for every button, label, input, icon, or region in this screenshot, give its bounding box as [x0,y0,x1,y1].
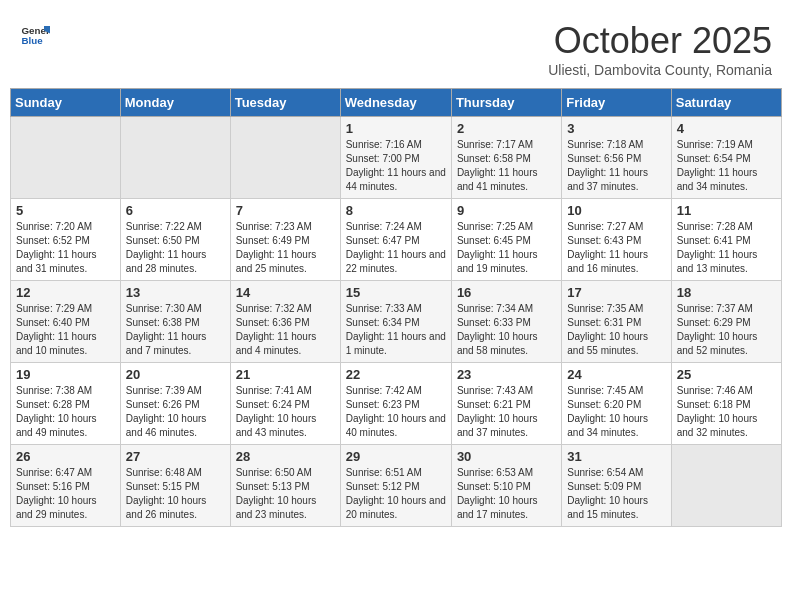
day-number: 7 [236,203,335,218]
calendar-cell: 24Sunrise: 7:45 AM Sunset: 6:20 PM Dayli… [562,363,671,445]
calendar-cell: 1Sunrise: 7:16 AM Sunset: 7:00 PM Daylig… [340,117,451,199]
day-number: 24 [567,367,665,382]
day-info: Sunrise: 7:28 AM Sunset: 6:41 PM Dayligh… [677,220,776,276]
day-info: Sunrise: 7:19 AM Sunset: 6:54 PM Dayligh… [677,138,776,194]
day-number: 16 [457,285,556,300]
calendar-cell [120,117,230,199]
calendar-cell [671,445,781,527]
day-number: 21 [236,367,335,382]
page-header: General Blue October 2025 Uliesti, Dambo… [10,10,782,83]
weekday-header-monday: Monday [120,89,230,117]
day-number: 4 [677,121,776,136]
day-info: Sunrise: 7:18 AM Sunset: 6:56 PM Dayligh… [567,138,665,194]
calendar-cell: 13Sunrise: 7:30 AM Sunset: 6:38 PM Dayli… [120,281,230,363]
day-info: Sunrise: 7:33 AM Sunset: 6:34 PM Dayligh… [346,302,446,358]
calendar-week-4: 19Sunrise: 7:38 AM Sunset: 6:28 PM Dayli… [11,363,782,445]
day-number: 10 [567,203,665,218]
logo: General Blue [20,20,50,50]
calendar-cell: 27Sunrise: 6:48 AM Sunset: 5:15 PM Dayli… [120,445,230,527]
calendar-cell: 11Sunrise: 7:28 AM Sunset: 6:41 PM Dayli… [671,199,781,281]
calendar-week-1: 1Sunrise: 7:16 AM Sunset: 7:00 PM Daylig… [11,117,782,199]
day-number: 20 [126,367,225,382]
day-info: Sunrise: 7:29 AM Sunset: 6:40 PM Dayligh… [16,302,115,358]
day-number: 19 [16,367,115,382]
weekday-header-friday: Friday [562,89,671,117]
calendar-cell: 5Sunrise: 7:20 AM Sunset: 6:52 PM Daylig… [11,199,121,281]
day-number: 27 [126,449,225,464]
calendar-cell: 2Sunrise: 7:17 AM Sunset: 6:58 PM Daylig… [451,117,561,199]
calendar-cell: 14Sunrise: 7:32 AM Sunset: 6:36 PM Dayli… [230,281,340,363]
calendar-cell: 16Sunrise: 7:34 AM Sunset: 6:33 PM Dayli… [451,281,561,363]
day-number: 13 [126,285,225,300]
day-info: Sunrise: 7:17 AM Sunset: 6:58 PM Dayligh… [457,138,556,194]
day-info: Sunrise: 7:34 AM Sunset: 6:33 PM Dayligh… [457,302,556,358]
day-info: Sunrise: 6:51 AM Sunset: 5:12 PM Dayligh… [346,466,446,522]
day-number: 28 [236,449,335,464]
day-info: Sunrise: 7:27 AM Sunset: 6:43 PM Dayligh… [567,220,665,276]
calendar-cell [11,117,121,199]
calendar-cell: 4Sunrise: 7:19 AM Sunset: 6:54 PM Daylig… [671,117,781,199]
title-block: October 2025 Uliesti, Dambovita County, … [548,20,772,78]
day-number: 8 [346,203,446,218]
calendar-cell: 3Sunrise: 7:18 AM Sunset: 6:56 PM Daylig… [562,117,671,199]
day-info: Sunrise: 7:46 AM Sunset: 6:18 PM Dayligh… [677,384,776,440]
calendar-cell: 15Sunrise: 7:33 AM Sunset: 6:34 PM Dayli… [340,281,451,363]
day-info: Sunrise: 7:20 AM Sunset: 6:52 PM Dayligh… [16,220,115,276]
calendar-cell: 19Sunrise: 7:38 AM Sunset: 6:28 PM Dayli… [11,363,121,445]
calendar-cell [230,117,340,199]
day-number: 18 [677,285,776,300]
day-number: 29 [346,449,446,464]
day-number: 2 [457,121,556,136]
day-number: 25 [677,367,776,382]
weekday-header-tuesday: Tuesday [230,89,340,117]
calendar-week-5: 26Sunrise: 6:47 AM Sunset: 5:16 PM Dayli… [11,445,782,527]
day-info: Sunrise: 7:35 AM Sunset: 6:31 PM Dayligh… [567,302,665,358]
day-info: Sunrise: 7:22 AM Sunset: 6:50 PM Dayligh… [126,220,225,276]
day-info: Sunrise: 6:53 AM Sunset: 5:10 PM Dayligh… [457,466,556,522]
day-number: 14 [236,285,335,300]
calendar-cell: 28Sunrise: 6:50 AM Sunset: 5:13 PM Dayli… [230,445,340,527]
calendar-cell: 22Sunrise: 7:42 AM Sunset: 6:23 PM Dayli… [340,363,451,445]
day-number: 22 [346,367,446,382]
day-number: 6 [126,203,225,218]
weekday-header-row: SundayMondayTuesdayWednesdayThursdayFrid… [11,89,782,117]
weekday-header-sunday: Sunday [11,89,121,117]
calendar-cell: 9Sunrise: 7:25 AM Sunset: 6:45 PM Daylig… [451,199,561,281]
location-subtitle: Uliesti, Dambovita County, Romania [548,62,772,78]
day-info: Sunrise: 7:41 AM Sunset: 6:24 PM Dayligh… [236,384,335,440]
day-info: Sunrise: 7:32 AM Sunset: 6:36 PM Dayligh… [236,302,335,358]
day-number: 17 [567,285,665,300]
day-info: Sunrise: 6:47 AM Sunset: 5:16 PM Dayligh… [16,466,115,522]
day-info: Sunrise: 7:37 AM Sunset: 6:29 PM Dayligh… [677,302,776,358]
day-info: Sunrise: 7:42 AM Sunset: 6:23 PM Dayligh… [346,384,446,440]
calendar-cell: 12Sunrise: 7:29 AM Sunset: 6:40 PM Dayli… [11,281,121,363]
day-number: 30 [457,449,556,464]
day-info: Sunrise: 6:54 AM Sunset: 5:09 PM Dayligh… [567,466,665,522]
calendar-week-2: 5Sunrise: 7:20 AM Sunset: 6:52 PM Daylig… [11,199,782,281]
day-number: 15 [346,285,446,300]
weekday-header-saturday: Saturday [671,89,781,117]
day-number: 12 [16,285,115,300]
day-number: 1 [346,121,446,136]
day-number: 23 [457,367,556,382]
day-number: 5 [16,203,115,218]
calendar-cell: 25Sunrise: 7:46 AM Sunset: 6:18 PM Dayli… [671,363,781,445]
weekday-header-wednesday: Wednesday [340,89,451,117]
calendar-table: SundayMondayTuesdayWednesdayThursdayFrid… [10,88,782,527]
weekday-header-thursday: Thursday [451,89,561,117]
day-number: 3 [567,121,665,136]
calendar-cell: 18Sunrise: 7:37 AM Sunset: 6:29 PM Dayli… [671,281,781,363]
day-number: 11 [677,203,776,218]
day-number: 26 [16,449,115,464]
day-info: Sunrise: 6:50 AM Sunset: 5:13 PM Dayligh… [236,466,335,522]
day-number: 31 [567,449,665,464]
day-info: Sunrise: 7:23 AM Sunset: 6:49 PM Dayligh… [236,220,335,276]
calendar-cell: 26Sunrise: 6:47 AM Sunset: 5:16 PM Dayli… [11,445,121,527]
calendar-cell: 17Sunrise: 7:35 AM Sunset: 6:31 PM Dayli… [562,281,671,363]
calendar-cell: 8Sunrise: 7:24 AM Sunset: 6:47 PM Daylig… [340,199,451,281]
calendar-cell: 21Sunrise: 7:41 AM Sunset: 6:24 PM Dayli… [230,363,340,445]
day-info: Sunrise: 7:45 AM Sunset: 6:20 PM Dayligh… [567,384,665,440]
day-info: Sunrise: 7:38 AM Sunset: 6:28 PM Dayligh… [16,384,115,440]
month-title: October 2025 [548,20,772,62]
calendar-cell: 10Sunrise: 7:27 AM Sunset: 6:43 PM Dayli… [562,199,671,281]
